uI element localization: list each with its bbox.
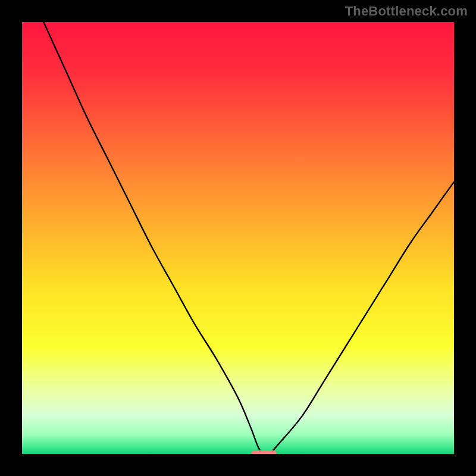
watermark-text: TheBottleneck.com: [345, 4, 468, 19]
plot-area: [22, 22, 454, 454]
optimal-marker: [251, 450, 277, 454]
chart-frame: TheBottleneck.com: [0, 0, 476, 476]
bottleneck-curve: [22, 22, 454, 454]
